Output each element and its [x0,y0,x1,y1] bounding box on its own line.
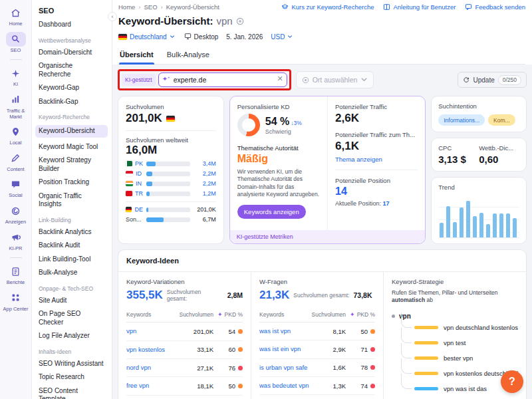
keyword-link[interactable]: is urban vpn safe [259,364,311,372]
sidebar-item-bulk-analyse[interactable]: Bulk-Analyse [39,269,106,277]
bar-chart-icon [6,92,26,107]
sidebar-collapse-button[interactable]: ‹ [108,12,117,21]
tree-child[interactable]: vpn kostenlos deutschland [400,366,518,381]
sidebar-item-log-file-analyzer[interactable]: Log File Analyzer [39,332,106,340]
sidebar-item-on-page-seo-checker[interactable]: On Page SEO Checker [39,310,106,327]
currency-selector[interactable]: USD [271,33,293,41]
rail-item-traffic-markt[interactable]: Traffic & Markt [1,92,31,120]
sidebar-item-link-building-tool[interactable]: Link Building-Tool [39,255,106,264]
keyword-link[interactable]: free vpn [126,382,179,390]
map-pin-icon [6,124,26,139]
sidebar-item-keyword-strategy-builder[interactable]: Keyword Strategy Builder [39,156,106,173]
rail-item-anzeigen[interactable]: Anzeigen [1,203,31,225]
keyword-link[interactable]: vpn [126,327,179,335]
country-link-de[interactable]: DE [126,206,143,213]
country-volume[interactable]: 1,2M [194,190,216,197]
country-link-pk[interactable]: PK [126,160,143,167]
feedback-link[interactable]: Feedback senden [465,3,525,11]
sidebar-item-organische-recherche[interactable]: Organische Recherche [39,62,106,78]
keyword-link[interactable]: was ist ein vpn [259,345,311,353]
country-volume[interactable]: 2,2M [194,170,216,177]
tree-child[interactable]: bester vpn [400,350,518,366]
competition-label: Wettb.-Dic... [479,144,519,152]
clear-input-icon[interactable]: ✕ [277,74,283,83]
sidebar-item-organic-traffic-insights[interactable]: Organic Traffic Insights [39,192,106,209]
rail-label: Social [9,193,22,199]
country-link-in[interactable]: IN [126,180,143,187]
rail-item-berichte[interactable]: Berichte [1,264,31,286]
rail-label: SEO [11,48,21,54]
feedback-bubble-icon [465,3,472,11]
rail-label: Content [7,167,24,173]
country-volume[interactable]: 3,4M [194,160,216,167]
kd-dot [238,366,243,370]
show-keywords-button[interactable]: Keywords anzeigen [237,205,306,219]
sidebar-item-position-tracking[interactable]: Position Tracking [39,178,106,187]
rail-item-seo[interactable]: SEO [1,32,31,54]
rail-item-social[interactable]: Social [1,177,31,199]
tab-uebersicht[interactable]: Übersicht [119,48,154,64]
potential-position-label: Potenzielle Position [335,177,418,184]
rail-item-local[interactable]: Local [1,124,31,146]
sidebar-item-topic-research[interactable]: Topic Research [39,373,106,382]
show-topic-link[interactable]: Thema anzeigen [335,156,418,163]
date-selector[interactable]: 5. Jan. 2026 [226,33,263,41]
update-button[interactable]: Update 0/250 [458,72,527,88]
rail-item-home[interactable]: Home [1,5,31,27]
sidebar-section-heading: Wettbewerbsanalyse [39,37,106,44]
ai-sparkle-icon: ✦ [162,75,170,82]
device-label: Desktop [194,33,219,41]
help-button[interactable]: ? [501,370,523,393]
intent-pill-commercial[interactable]: Kom... [488,114,515,126]
variations-total[interactable]: 355,5K [126,289,163,302]
rail-item-app-center[interactable]: App Center [1,291,31,313]
keyword-input[interactable] [158,72,287,87]
sidebar-item-site-audit[interactable]: Site Audit [39,297,106,305]
current-position-value[interactable]: 17 [383,200,390,207]
tree-child[interactable]: vpn deutschland kostenlos [400,320,518,335]
sidebar-item-backlink-analytics[interactable]: Backlink Analytics [39,228,106,237]
table-row: vpn 201,0K 54 [126,323,243,340]
country-selector[interactable]: Deutschland [118,33,175,41]
kd-delta: ↓3% [291,120,302,126]
sidebar-item-seo-content-template[interactable]: SEO Content Template [39,387,106,399]
variations-table: Keywords Suchvolumen ✦PKD % vpn 201,0K 5… [126,309,243,399]
flag-tr-icon [126,191,132,196]
ai-metrics-card: Personalisierte KD 54 %↓3% Schwierig The… [229,96,426,244]
tab-bulk-analyse[interactable]: Bulk-Analyse [166,48,210,64]
sidebar-item-backlink-gap[interactable]: Backlink-Gap [39,98,106,106]
sidebar-item-backlink-audit[interactable]: Backlink Audit [39,241,106,250]
rail-item-ki[interactable]: KI [1,66,31,88]
questions-total[interactable]: 21,3K [259,289,289,302]
keyword-link[interactable]: was ist vpn [259,327,311,335]
sidebar-section-heading: Keyword-Recherche [39,114,106,120]
country-volume[interactable]: 2,2M [194,180,216,187]
add-to-list-icon[interactable] [236,17,244,25]
breadcrumb-home[interactable]: Home [118,3,144,11]
breadcrumb-seo[interactable]: SEO [144,3,166,11]
keyword-link[interactable]: nord vpn [126,364,179,372]
course-link[interactable]: Kurs zur Keyword-Recherche [281,3,374,11]
tree-child[interactable]: vpn test [400,335,518,350]
device-selector[interactable]: Desktop [184,33,219,41]
rail-item-content[interactable]: Content [1,151,31,173]
rail-label: Local [10,140,22,146]
sidebar-item-keyword-uebersicht[interactable]: Keyword-Übersicht [35,125,108,138]
sidebar-item-keyword-gap[interactable]: Keyword-Gap [39,84,106,92]
user-guide-link[interactable]: Anleitung für Benutzer [383,3,456,11]
rail-item-ki-pr[interactable]: KI-PR [1,230,31,252]
sidebar-item-domain-uebersicht[interactable]: Domain-Übersicht [39,49,106,57]
variations-sub-value: 2,8M [227,291,243,299]
sidebar-item-seo-writing-assistant[interactable]: SEO Writing Assistant [39,360,106,368]
megaphone-icon [6,230,26,245]
breadcrumb: Home SEO Keyword-Übersicht Kurs zur Keyw… [118,3,525,11]
location-select[interactable]: Ort auswählen [296,71,374,88]
keyword-link[interactable]: vpn kostenlos [126,346,179,354]
keyword-link[interactable]: was bedeutet vpn [259,382,311,390]
intent-pill-informational[interactable]: Informations... [438,114,485,126]
country-link-id[interactable]: ID [126,170,143,177]
sidebar-item-dashboard[interactable]: Dashboard [39,21,106,29]
tab-bar: Übersicht Bulk-Analyse [118,48,525,65]
sidebar-item-keyword-magic-tool[interactable]: Keyword Magic Tool [39,143,106,152]
country-link-tr[interactable]: TR [126,190,143,197]
